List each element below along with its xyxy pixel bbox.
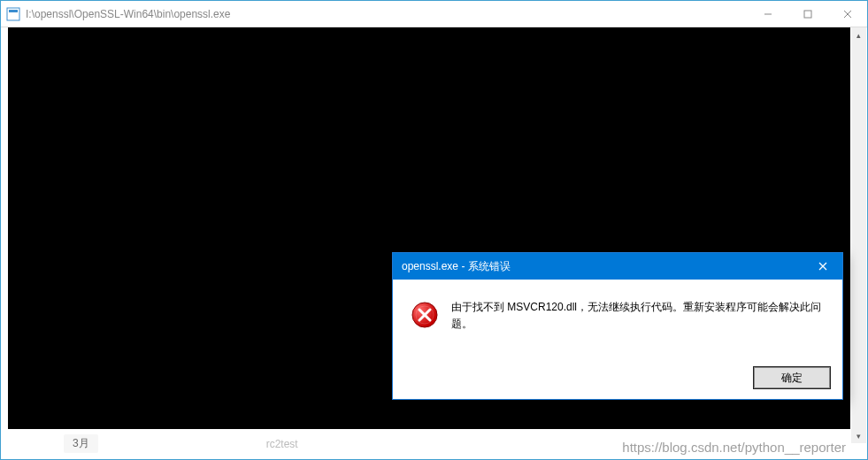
window-controls (748, 1, 867, 27)
bottom-strip: 3月 rc2test https://blog.csdn.net/python_… (2, 429, 851, 458)
dialog-close-button[interactable] (803, 253, 842, 280)
folder-label: 3月 (64, 434, 98, 453)
watermark-text: https://blog.csdn.net/python__reporter (622, 440, 846, 455)
maximize-button[interactable] (787, 1, 827, 27)
dialog-button-row: 确定 (754, 367, 830, 388)
window-title: I:\openssl\OpenSSL-Win64\bin\openssl.exe (26, 8, 748, 20)
svg-rect-1 (9, 10, 18, 12)
ok-button[interactable]: 确定 (754, 367, 830, 388)
scroll-down-arrow[interactable]: ▾ (851, 428, 866, 443)
faded-file-label: rc2test (266, 438, 298, 450)
svg-rect-3 (804, 11, 811, 18)
close-button[interactable] (827, 1, 867, 27)
app-icon (6, 7, 20, 21)
dialog-titlebar[interactable]: openssl.exe - 系统错误 (393, 253, 842, 280)
error-message: 由于找不到 MSVCR120.dll，无法继续执行代码。重新安装程序可能会解决此… (451, 299, 825, 333)
error-dialog: openssl.exe - 系统错误 由于找不到 MSVCR120.dll，无法… (392, 252, 843, 400)
vertical-scrollbar[interactable]: ▴ ▾ (851, 27, 866, 443)
dialog-body: 由于找不到 MSVCR120.dll，无法继续执行代码。重新安装程序可能会解决此… (393, 280, 842, 341)
minimize-button[interactable] (748, 1, 787, 27)
scroll-up-arrow[interactable]: ▴ (851, 27, 866, 42)
dialog-title: openssl.exe - 系统错误 (402, 259, 803, 274)
main-titlebar[interactable]: I:\openssl\OpenSSL-Win64\bin\openssl.exe (1, 1, 867, 27)
error-icon (411, 301, 439, 329)
